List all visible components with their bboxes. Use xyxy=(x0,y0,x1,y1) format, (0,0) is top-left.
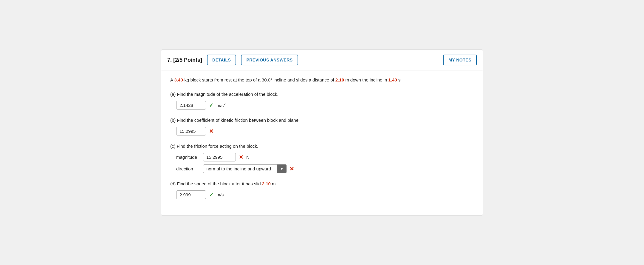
header-right: MY NOTES xyxy=(443,55,477,65)
part-d-text-after: m. xyxy=(271,181,277,186)
direction-select[interactable]: normal to the incline and upward up the … xyxy=(203,164,287,173)
header-bar: 7. [2/5 Points] DETAILS PREVIOUS ANSWERS… xyxy=(161,50,483,70)
previous-answers-button[interactable]: PREVIOUS ANSWERS xyxy=(241,55,298,65)
part-d-text-before: (d) Find the speed of the block after it… xyxy=(170,181,262,186)
part-a-input[interactable] xyxy=(176,101,206,110)
part-c-rows: magnitude ✕ N direction normal to the in… xyxy=(176,153,474,173)
part-b-x-icon: ✕ xyxy=(209,128,213,135)
question-label: 7. [2/5 Points] xyxy=(167,57,202,63)
mass-value: 3.40 xyxy=(174,77,183,82)
part-c-direction-row: direction normal to the incline and upwa… xyxy=(176,164,474,173)
part-a: (a) Find the magnitude of the accelerati… xyxy=(170,91,474,110)
details-button[interactable]: DETAILS xyxy=(207,55,236,65)
part-c-magnitude-x-icon: ✕ xyxy=(239,154,243,161)
problem-text-middle2: m down the incline in xyxy=(344,77,388,82)
part-b-input[interactable] xyxy=(176,127,206,135)
part-c-magnitude-unit: N xyxy=(246,155,250,160)
part-d: (d) Find the speed of the block after it… xyxy=(170,180,474,199)
part-c-magnitude-input[interactable] xyxy=(203,153,236,161)
content-area: A 3.40-kg block starts from rest at the … xyxy=(161,70,483,215)
problem-statement: A 3.40-kg block starts from rest at the … xyxy=(170,76,474,84)
part-b-answer-row: ✕ xyxy=(176,127,474,135)
part-d-label: (d) Find the speed of the block after it… xyxy=(170,180,474,187)
problem-text-end: s. xyxy=(397,77,402,82)
distance-value: 2.10 xyxy=(335,77,344,82)
part-a-answer-row: ✓ m/s2 xyxy=(176,101,474,110)
part-a-label: (a) Find the magnitude of the accelerati… xyxy=(170,91,474,98)
header-left: 7. [2/5 Points] DETAILS PREVIOUS ANSWERS xyxy=(167,55,298,65)
problem-text-middle1: -kg block starts from rest at the top of… xyxy=(183,77,335,82)
problem-text-before: A xyxy=(170,77,174,82)
part-d-input[interactable] xyxy=(176,190,206,199)
part-d-check-icon: ✓ xyxy=(209,192,213,198)
question-container: 7. [2/5 Points] DETAILS PREVIOUS ANSWERS… xyxy=(161,50,483,215)
time-value: 1.40 xyxy=(388,77,397,82)
part-b: (b) Find the coefficient of kinetic fric… xyxy=(170,117,474,135)
part-d-answer-row: ✓ m/s xyxy=(176,190,474,199)
part-c-label: (c) Find the friction force acting on th… xyxy=(170,143,474,150)
magnitude-label: magnitude xyxy=(176,155,200,160)
direction-select-wrapper: normal to the incline and upward up the … xyxy=(203,164,287,173)
part-c-magnitude-row: magnitude ✕ N xyxy=(176,153,474,161)
direction-label: direction xyxy=(176,166,200,171)
part-c-direction-x-icon: ✕ xyxy=(290,166,294,172)
part-a-unit: m/s2 xyxy=(216,102,225,108)
my-notes-button[interactable]: MY NOTES xyxy=(443,55,477,65)
part-a-check-icon: ✓ xyxy=(209,102,213,109)
part-c: (c) Find the friction force acting on th… xyxy=(170,143,474,173)
part-d-distance: 2.10 xyxy=(262,181,271,186)
part-d-unit: m/s xyxy=(216,192,224,197)
part-b-label: (b) Find the coefficient of kinetic fric… xyxy=(170,117,474,124)
